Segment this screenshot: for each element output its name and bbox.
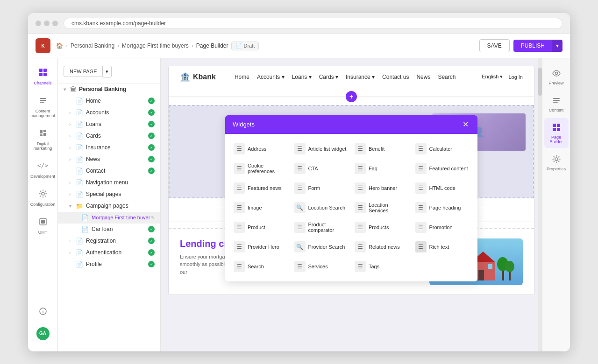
widget-html-code[interactable]: ☰ HTML code [413, 179, 472, 197]
widget-faq[interactable]: ☰ Faq [352, 159, 412, 178]
nav-item-insurance[interactable]: › 📄 Insurance [58, 142, 160, 154]
widget-calculator[interactable]: ☰ Calculator [413, 140, 472, 158]
widget-search[interactable]: ☰ Search [231, 257, 291, 276]
canvas-scrollbar[interactable] [538, 58, 542, 351]
new-page-dropdown-button[interactable]: ▾ [103, 66, 112, 77]
sidebar-item-info[interactable]: i [30, 301, 56, 322]
sidebar-item-development[interactable]: </> Development [30, 155, 56, 182]
right-sidebar-properties[interactable]: Properties [544, 150, 569, 175]
nav-item-news[interactable]: › 📄 News [58, 154, 160, 165]
site-nav-language[interactable]: English ▾ [482, 74, 503, 80]
nav-item-home[interactable]: 📄 Home [58, 95, 160, 107]
widget-location-services[interactable]: ☰ Location Services [352, 198, 412, 217]
widget-icon: 🔍 [294, 241, 306, 252]
publish-dropdown-button[interactable]: ▾ [552, 40, 562, 52]
breadcrumb-personal-banking[interactable]: Personal Banking [71, 42, 114, 49]
widget-featured-content[interactable]: ☰ Featured content [413, 159, 472, 178]
widget-related-news[interactable]: ☰ Related news [352, 238, 412, 256]
sidebar-item-content-management[interactable]: Content management [30, 90, 56, 122]
sidebar-item-digital-marketing[interactable]: Digital marketing [30, 123, 56, 154]
widget-product-comparator[interactable]: ☰ Product comparator [292, 218, 351, 237]
new-page-button[interactable]: NEW PAGE [64, 66, 103, 77]
site-nav-home[interactable]: Home [235, 74, 249, 80]
widget-image[interactable]: ☰ Image [231, 198, 291, 217]
status-dot [148, 238, 155, 244]
breadcrumb-mortgage[interactable]: Mortgage First time buyers [122, 42, 189, 49]
site-nav-search[interactable]: Search [438, 74, 456, 80]
nav-item-personal-banking[interactable]: ▾ 🏛 Personal Banking [58, 84, 160, 95]
widget-icon: ☰ [234, 261, 245, 272]
widget-product[interactable]: ☰ Product [231, 218, 291, 237]
preview-icon [551, 68, 562, 79]
nav-item-label: Registration [86, 238, 148, 244]
widget-label: Featured content [429, 166, 468, 171]
site-nav-news[interactable]: News [416, 74, 430, 80]
widget-icon: ☰ [294, 222, 306, 233]
sidebar-item-user-avatar[interactable]: GA [30, 323, 56, 344]
nav-item-contact[interactable]: 📄 Contact [58, 165, 160, 177]
nav-item-authentication[interactable]: › 📄 Authentication [58, 247, 160, 259]
widget-label: Related news [369, 244, 400, 250]
nav-item-car-loan[interactable]: 📄 Car loan [58, 224, 160, 235]
digital-marketing-icon [36, 126, 50, 140]
sidebar-item-configuration[interactable]: Configuration [30, 183, 56, 210]
widgets-close-button[interactable]: ✕ [461, 120, 470, 129]
folder-icon: 📄 [76, 156, 83, 163]
widget-form[interactable]: ☰ Form [292, 179, 351, 197]
publish-button[interactable]: PUBLISH [513, 40, 552, 52]
widget-provider-hero[interactable]: ☰ Provider Hero [231, 238, 291, 256]
site-nav-login[interactable]: Log In [508, 74, 523, 80]
page-builder-icon [551, 122, 562, 133]
widgets-overlay: Widgets ✕ ☰ Address [170, 106, 533, 197]
site-nav-cards[interactable]: Cards ▾ [319, 74, 338, 80]
nav-item-navigation-menu[interactable]: › 📄 Navigation menu [58, 177, 160, 189]
widget-cta[interactable]: ☰ CTA [292, 159, 351, 178]
nav-item-cards[interactable]: › 📄 Cards [58, 130, 160, 142]
site-nav-accounts[interactable]: Accounts ▾ [257, 74, 285, 80]
widget-icon: ☰ [234, 143, 245, 154]
site-nav-contact[interactable]: Contact us [382, 74, 409, 80]
right-sidebar-content[interactable]: Content [544, 91, 569, 116]
nav-item-registration[interactable]: › 📄 Registration [58, 235, 160, 247]
widget-icon: ☰ [355, 202, 366, 213]
save-button[interactable]: SAVE [479, 39, 510, 52]
svg-point-31 [505, 261, 514, 272]
widget-cookie-preferences[interactable]: ☰ Cookie preferences [231, 159, 291, 178]
widget-provider-search[interactable]: 🔍 Provider Search [292, 238, 351, 256]
widget-label: Promotion [429, 224, 453, 230]
right-sidebar-preview[interactable]: Preview [544, 64, 569, 89]
sidebar-item-channels[interactable]: Channels [30, 62, 56, 89]
browser-url-bar[interactable]: cms.kbank.example.com/page-builder [64, 18, 562, 29]
widget-page-heading[interactable]: ☰ Page heading [413, 198, 472, 217]
nav-item-loans[interactable]: › 📄 Loans [58, 119, 160, 130]
site-nav-loans[interactable]: Loans ▾ [292, 74, 312, 80]
svg-rect-34 [553, 100, 560, 101]
nav-item-profile[interactable]: 📄 Profile [58, 259, 160, 270]
widget-featured-news[interactable]: ☰ Featured news [231, 179, 291, 197]
widget-promotion[interactable]: ☰ Promotion [413, 218, 472, 237]
widget-tags[interactable]: ☰ Tags [352, 257, 412, 276]
widget-address[interactable]: ☰ Address [231, 140, 291, 158]
nav-item-campaign-pages[interactable]: ▾ 📁 Campaign pages [58, 200, 160, 212]
right-sidebar-page-builder[interactable]: Page Builder [544, 118, 569, 148]
add-row-top-button[interactable]: + [346, 91, 357, 102]
widget-rich-text[interactable]: ☰ Rich text [413, 238, 472, 256]
widget-location-search[interactable]: 🔍 Location Search [292, 198, 351, 217]
sidebar-item-umt[interactable]: UMT [30, 211, 56, 238]
site-nav-insurance[interactable]: Insurance ▾ [346, 74, 375, 80]
nav-item-mortgage-first-time-buyer[interactable]: 📄 Mortgage First time buyer ✎ [58, 212, 160, 224]
widget-article-list[interactable]: ☰ Article list widget [292, 140, 351, 158]
nav-item-accounts[interactable]: › 📄 Accounts [58, 107, 160, 119]
nav-item-special-pages[interactable]: › 📄 Special pages [58, 189, 160, 200]
widgets-grid: ☰ Address ☰ Article list widget [225, 134, 477, 281]
new-page-button-group: NEW PAGE ▾ [64, 66, 155, 77]
widget-services[interactable]: ☰ Services [292, 257, 351, 276]
status-dot [148, 249, 155, 256]
widget-hero-banner[interactable]: ☰ Hero banner [352, 179, 412, 197]
folder-icon: 📄 [76, 144, 83, 151]
widget-benefit[interactable]: ☰ Benefit [352, 140, 412, 158]
canvas-area[interactable]: 🏦 Kbank Home Accounts ▾ Loans ▾ Cards ▾ … [161, 58, 542, 351]
widget-products[interactable]: ☰ Products [352, 218, 412, 237]
nav-item-label: Mortgage First time buyer [92, 215, 151, 220]
widget-label: Hero banner [369, 185, 397, 191]
